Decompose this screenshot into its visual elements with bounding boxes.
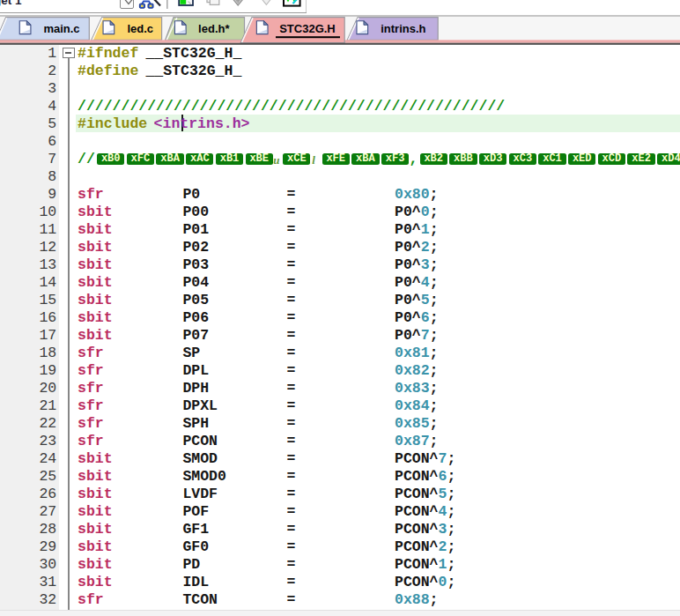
svg-text:intrins.h: intrins.h — [381, 22, 425, 35]
svg-text:main.c: main.c — [43, 22, 79, 35]
svg-text:led.h*: led.h* — [198, 22, 230, 35]
svg-text:led.c: led.c — [127, 22, 153, 35]
svg-text:STC32G.H: STC32G.H — [279, 22, 336, 35]
